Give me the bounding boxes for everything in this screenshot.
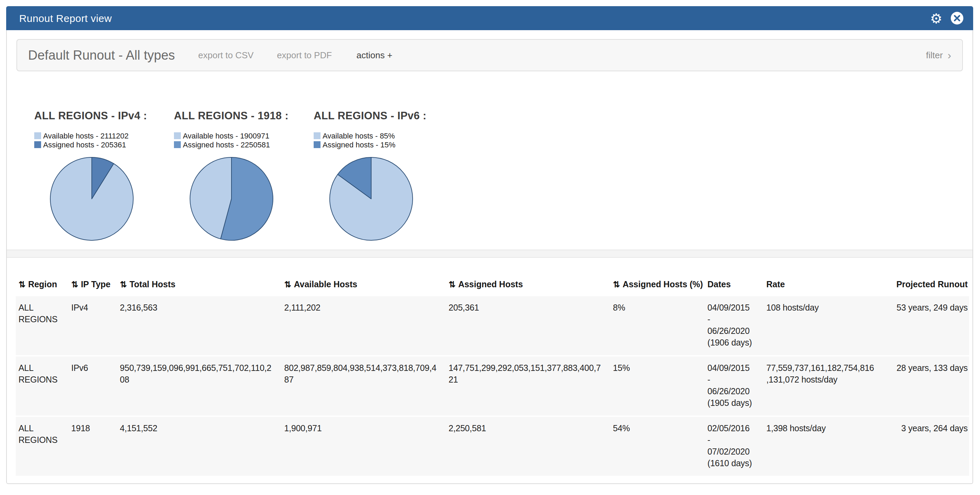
cell-available-hosts: 1,900,971 [282,416,446,476]
legend-swatch [313,132,320,139]
legend-label: Assigned hosts - 2250581 [183,140,270,148]
export-csv-button[interactable]: export to CSV [198,50,254,60]
column-label: Assigned Hosts (%) [622,280,703,289]
pie-wrap [48,155,135,243]
filter-label: filter [926,50,943,60]
actions-button[interactable]: actions + [356,50,392,60]
column-label: Total Hosts [129,280,175,289]
column-label: Projected Runout [896,280,968,289]
dates-line: 06/26/2020 [708,386,758,398]
legend-item: Available hosts - 2111202 [34,131,174,140]
chart-legend: Available hosts - 1900971Assigned hosts … [174,131,313,149]
export-pdf-button[interactable]: export to PDF [277,50,332,60]
legend-item: Assigned hosts - 2250581 [174,140,313,149]
sort-icon[interactable]: ⇅ [613,280,620,289]
dates-line: (1905 days) [708,398,758,409]
runout-report-window: Runout Report view ⚙ Default Runout - Al… [6,6,973,484]
legend-item: Available hosts - 85% [313,131,453,140]
cell-region: ALL REGIONS [16,295,68,356]
column-label: Dates [708,280,731,289]
dates-line: - [708,435,758,446]
cell-dates: 02/05/2016-07/02/2020(1610 days) [705,416,764,476]
cell-region: ALL REGIONS [16,356,68,416]
sort-icon[interactable]: ⇅ [449,280,455,289]
dates-line: (1610 days) [708,458,758,469]
column-header-assigned-hosts[interactable]: ⇅Assigned Hosts (%) [610,273,705,295]
report-toolbar: Default Runout - All types export to CSV… [16,39,963,71]
dates-line: 04/09/2015 [708,302,758,314]
dates-line: 02/05/2016 [708,423,758,435]
dates-line: - [708,314,758,326]
legend-item: Available hosts - 1900971 [174,131,313,140]
column-header-assigned-hosts[interactable]: ⇅Assigned Hosts [446,273,610,295]
title-bar: Runout Report view ⚙ [6,6,973,30]
separator-strip [7,249,972,258]
column-header-total-hosts[interactable]: ⇅Total Hosts [117,273,282,295]
chevron-right-icon: › [947,50,951,61]
column-label: Available Hosts [294,280,357,289]
column-header-available-hosts[interactable]: ⇅Available Hosts [282,273,446,295]
cell-assigned-hosts: 2,250,581 [446,416,610,476]
dates-line: 04/09/2015 [708,362,758,374]
column-label: Region [28,280,57,289]
cell-assigned-hosts-pct: 54% [610,416,705,476]
pie-chart-group-ipv4: ALL REGIONS - IPv4 : Available hosts - 2… [34,110,174,243]
pie-chart-group-ipv6: ALL REGIONS - IPv6 : Available hosts - 8… [313,110,453,243]
legend-swatch [313,141,320,148]
cell-projected-runout: 3 years, 264 days [880,416,969,476]
legend-swatch [174,141,181,148]
cell-dates: 04/09/2015-06/26/2020(1905 days) [705,356,764,416]
sort-icon[interactable]: ⇅ [19,280,25,289]
runout-table: ⇅Region⇅IP Type⇅Total Hosts⇅Available Ho… [16,273,969,476]
sort-icon[interactable]: ⇅ [284,280,291,289]
pie-chart [48,155,135,243]
window-title: Runout Report view [19,12,930,24]
cell-assigned-hosts-pct: 8% [610,295,705,356]
pie-chart [188,155,275,243]
pie-chart [327,155,415,243]
dates-line: - [708,374,758,386]
report-title: Default Runout - All types [28,48,175,63]
cell-projected-runout: 28 years, 133 days [880,356,969,416]
legend-swatch [34,132,41,139]
legend-label: Available hosts - 2111202 [43,131,129,139]
chart-legend: Available hosts - 2111202Assigned hosts … [34,131,174,149]
column-header-dates: Dates [705,273,764,295]
chart-title: ALL REGIONS - IPv4 : [34,110,174,122]
sort-icon[interactable]: ⇅ [71,280,78,289]
legend-label: Available hosts - 85% [323,131,395,139]
legend-label: Assigned hosts - 205361 [43,140,126,148]
charts-section: ALL REGIONS - IPv4 : Available hosts - 2… [7,110,972,243]
pie-chart-group-1918: ALL REGIONS - 1918 : Available hosts - 1… [174,110,313,243]
cell-rate: 77,559,737,161,182,754,816,131,072 hosts… [764,356,880,416]
table-row: ALL REGIONSIPv6950,739,159,096,991,665,7… [16,356,969,416]
cell-region: ALL REGIONS [16,416,68,476]
column-label: IP Type [81,280,111,289]
legend-swatch [174,132,181,139]
filter-button[interactable]: filter › [926,50,951,61]
cell-ip-type: IPv4 [68,295,117,356]
column-header-rate: Rate [764,273,880,295]
column-header-region[interactable]: ⇅Region [16,273,68,295]
column-header-ip-type[interactable]: ⇅IP Type [68,273,117,295]
dates-line: 06/26/2020 [708,326,758,337]
stage: Runout Report view ⚙ Default Runout - Al… [0,0,980,495]
cell-dates: 04/09/2015-06/26/2020(1906 days) [705,295,764,356]
gear-icon[interactable]: ⚙ [930,11,942,25]
close-icon[interactable] [950,11,964,26]
cell-total-hosts: 4,151,552 [117,416,282,476]
table-row: ALL REGIONSIPv42,316,5632,111,202205,361… [16,295,969,356]
sort-icon[interactable]: ⇅ [120,280,127,289]
cell-projected-runout: 53 years, 249 days [880,295,969,356]
cell-assigned-hosts-pct: 15% [610,356,705,416]
pie-wrap [327,155,415,243]
column-label: Rate [766,280,785,289]
chart-title: ALL REGIONS - IPv6 : [313,110,453,122]
legend-label: Available hosts - 1900971 [183,131,269,139]
legend-item: Assigned hosts - 15% [313,140,453,149]
dates-line: 07/02/2020 [708,446,758,458]
dates-line: (1906 days) [708,337,758,349]
cell-ip-type: IPv6 [68,356,117,416]
table-header-row: ⇅Region⇅IP Type⇅Total Hosts⇅Available Ho… [16,273,969,295]
cell-assigned-hosts: 147,751,299,292,053,151,377,883,400,721 [446,356,610,416]
